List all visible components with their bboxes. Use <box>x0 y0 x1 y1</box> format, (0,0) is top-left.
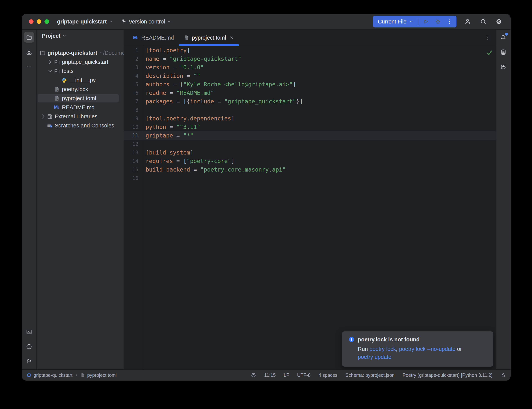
code-editor[interactable]: 1[tool.poetry]2name = "griptape-quicksta… <box>124 46 496 369</box>
run-configuration-selector[interactable]: Current File <box>378 19 407 25</box>
more-tools-button[interactable] <box>24 62 34 72</box>
breadcrumb-griptape-quickstart[interactable]: griptape-quickstart <box>34 372 73 378</box>
code-text: readme = "README.md" <box>143 90 214 96</box>
problems-tool-button[interactable] <box>24 341 34 352</box>
notification-badge <box>505 33 508 36</box>
tab-label: pyproject.toml <box>192 35 226 41</box>
markdown-icon: M↓ <box>133 35 139 40</box>
notification-popup: poetry.lock is not found Run poetry lock… <box>342 331 493 367</box>
chevron-slot <box>40 123 47 128</box>
close-window-button[interactable] <box>29 19 34 24</box>
code-with-me-button[interactable] <box>464 18 471 25</box>
copilot-icon[interactable] <box>251 372 256 378</box>
code-line-3[interactable]: 3version = "0.1.0" <box>124 63 496 72</box>
code-line-6[interactable]: 6readme = "README.md" <box>124 89 496 97</box>
notification-action-link[interactable]: poetry lock --no-update <box>399 346 456 352</box>
editor-column: M↓README.md[T]pyproject.toml 1[tool.poet… <box>124 30 496 369</box>
notification-action-link[interactable]: poetry update <box>358 354 391 360</box>
libraries-icon <box>47 113 53 120</box>
more-h-icon <box>26 64 32 70</box>
tree-item-label: __init__.py <box>69 77 96 83</box>
tab-options-button[interactable] <box>485 35 491 40</box>
status-item-schema-pyproject-json[interactable]: Schema: pyproject.json <box>345 372 394 378</box>
vcs-widget[interactable]: Version control <box>121 19 171 25</box>
code-line-7[interactable]: 7packages = [{include = "griptape_quicks… <box>124 97 496 106</box>
left-tool-stripe <box>22 30 37 369</box>
chevron-right-icon[interactable] <box>47 60 54 64</box>
code-line-5[interactable]: 5authors = ["Kyle Roche <hello@griptape.… <box>124 80 496 89</box>
code-text: requires = ["poetry-core"] <box>143 158 235 164</box>
line-number: 5 <box>124 81 143 87</box>
breadcrumb-pyproject-toml[interactable]: pyproject.toml <box>87 372 117 378</box>
tree-item-readme-md[interactable]: M↓README.md <box>37 103 124 112</box>
code-line-16[interactable]: 16 <box>124 174 496 182</box>
search-everywhere-button[interactable] <box>480 18 487 25</box>
lock-open-icon[interactable] <box>500 372 506 378</box>
code-line-14[interactable]: 14requires = ["poetry-core"] <box>124 157 496 165</box>
chevron-down-icon <box>62 34 66 38</box>
tree-item-griptape-quickstart[interactable]: griptape_quickstart <box>37 57 124 66</box>
tree-item-label: griptape_quickstart <box>62 59 108 65</box>
status-item-11-15[interactable]: 11:15 <box>264 372 276 378</box>
database-icon <box>500 49 506 55</box>
status-item-utf-8[interactable]: UTF-8 <box>297 372 311 378</box>
status-item-poetry-griptape-quickstart-python-3-11-2[interactable]: Poetry (griptape-quickstart) [Python 3.1… <box>403 372 492 378</box>
terminal-icon <box>26 329 32 335</box>
tree-item-tests[interactable]: tests <box>37 66 124 75</box>
code-line-11[interactable]: 11griptape = "*" <box>124 131 496 140</box>
project-panel-header[interactable]: Project <box>37 30 124 42</box>
debug-button[interactable] <box>435 19 441 25</box>
project-panel: Project griptape-quickstart~/Documegript… <box>37 30 124 369</box>
code-line-10[interactable]: 10python = "^3.11" <box>124 123 496 131</box>
line-number: 6 <box>124 90 143 96</box>
breadcrumb: griptape-quickstart[T]pyproject.toml <box>27 372 117 378</box>
close-tab-icon[interactable] <box>229 35 234 40</box>
line-number: 11 <box>124 132 143 139</box>
divider <box>418 18 418 25</box>
code-line-9[interactable]: 9[tool.poetry.dependencies] <box>124 114 496 123</box>
project-tool-button[interactable] <box>24 32 34 43</box>
run-button[interactable] <box>423 19 429 25</box>
code-line-8[interactable]: 8 <box>124 106 496 114</box>
tab-pyproject-toml[interactable]: [T]pyproject.toml <box>179 30 239 46</box>
zoom-window-button[interactable] <box>45 19 49 24</box>
structure-icon <box>26 49 32 55</box>
tree-item-poetry-lock[interactable]: [T]poetry.lock <box>37 85 124 94</box>
settings-button[interactable] <box>495 18 502 25</box>
chevron-down-icon[interactable] <box>47 69 54 73</box>
inspections-ok-icon[interactable] <box>486 49 493 56</box>
notifications-button[interactable] <box>498 32 509 43</box>
tab-readme-md[interactable]: M↓README.md <box>128 30 179 46</box>
status-item-4-spaces[interactable]: 4 spaces <box>318 372 337 378</box>
line-number: 10 <box>124 124 143 130</box>
database-tool-button[interactable] <box>498 47 509 57</box>
tree-item-pyproject-toml[interactable]: [T]pyproject.toml <box>37 94 124 103</box>
notification-action-link[interactable]: poetry lock <box>369 346 396 352</box>
chevron-slot <box>47 96 54 101</box>
code-text: [tool.poetry] <box>143 47 190 54</box>
more-run-options-button[interactable] <box>446 19 452 25</box>
code-line-1[interactable]: 1[tool.poetry] <box>124 46 496 55</box>
status-item-lf[interactable]: LF <box>284 372 289 378</box>
project-selector[interactable]: griptape-quickstart <box>57 19 113 25</box>
version-control-tool-button[interactable] <box>24 356 34 367</box>
code-text: version = "0.1.0" <box>143 64 204 71</box>
ai-assistant-tool-button[interactable] <box>498 62 509 72</box>
line-number: 7 <box>124 98 143 104</box>
tree-item-external-libraries[interactable]: External Libraries <box>37 112 124 121</box>
terminal-tool-button[interactable] <box>24 326 34 337</box>
tree-item-scratches-and-consoles[interactable]: Scratches and Consoles <box>37 121 124 130</box>
code-line-13[interactable]: 13[build-system] <box>124 148 496 157</box>
tree-item-griptape-quickstart[interactable]: griptape-quickstart~/Docume <box>37 48 124 57</box>
code-line-2[interactable]: 2name = "griptape-quickstart" <box>124 55 496 63</box>
code-line-15[interactable]: 15build-backend = "poetry.core.masonry.a… <box>124 165 496 174</box>
git-branch-icon <box>121 19 127 24</box>
minimize-window-button[interactable] <box>37 19 41 24</box>
chevron-right-icon[interactable] <box>40 114 47 119</box>
code-line-4[interactable]: 4description = "" <box>124 72 496 80</box>
chevron-slot <box>47 87 54 92</box>
code-line-12[interactable]: 12 <box>124 140 496 148</box>
tree-item-init-py[interactable]: __init__.py <box>37 75 124 85</box>
structure-tool-button[interactable] <box>24 47 34 57</box>
line-number: 1 <box>124 47 143 53</box>
